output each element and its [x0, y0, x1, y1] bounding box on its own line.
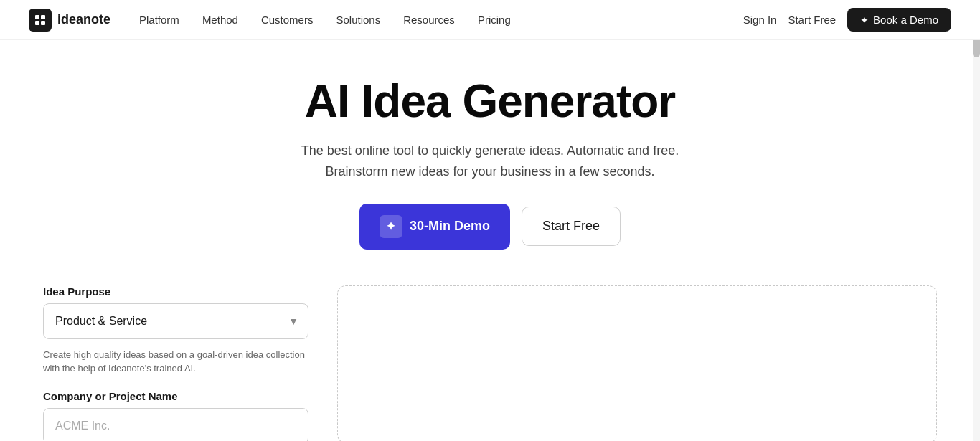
hero-section: AI Idea Generator The best online tool t…	[0, 40, 980, 271]
hero-subtitle-line1: The best online tool to quickly generate…	[301, 143, 679, 158]
nav-platform[interactable]: Platform	[139, 14, 179, 26]
navbar: ideanote Platform Method Customers Solut…	[0, 0, 980, 40]
company-label: Company or Project Name	[43, 390, 308, 402]
nav-method[interactable]: Method	[202, 14, 238, 26]
hero-subtitle-line2: Brainstorm new ideas for your business i…	[325, 164, 654, 179]
nav-pricing[interactable]: Pricing	[478, 14, 511, 26]
nav-resources[interactable]: Resources	[403, 14, 455, 26]
demo-button-label: 30-Min Demo	[410, 219, 490, 234]
svg-rect-1	[41, 15, 45, 19]
logo-text: ideanote	[57, 12, 110, 27]
sparkle-icon: ✦	[860, 14, 869, 26]
nav-solutions[interactable]: Solutions	[336, 14, 380, 26]
startfree-link[interactable]: Start Free	[788, 14, 836, 26]
hero-buttons: ✦ 30-Min Demo Start Free	[14, 204, 966, 250]
book-demo-label: Book a Demo	[873, 14, 938, 26]
left-panel: Idea Purpose Product & Service Marketing…	[43, 285, 308, 441]
main-content: Idea Purpose Product & Service Marketing…	[0, 271, 980, 441]
demo-button[interactable]: ✦ 30-Min Demo	[359, 204, 510, 250]
field-description: Create high quality ideas based on a goa…	[43, 348, 308, 376]
idea-purpose-label: Idea Purpose	[43, 285, 308, 298]
nav-customers[interactable]: Customers	[261, 14, 314, 26]
idea-purpose-select[interactable]: Product & Service Marketing Business Str…	[43, 303, 308, 339]
company-input[interactable]	[43, 408, 308, 441]
hero-title: AI Idea Generator	[14, 76, 966, 126]
output-panel	[337, 285, 937, 441]
idea-purpose-select-wrapper: Product & Service Marketing Business Str…	[43, 303, 308, 339]
svg-rect-2	[35, 21, 39, 25]
startfree-button[interactable]: Start Free	[522, 207, 621, 246]
signin-link[interactable]: Sign In	[743, 14, 777, 26]
hero-subtitle: The best online tool to quickly generate…	[268, 141, 712, 182]
scrollbar[interactable]	[973, 0, 980, 441]
svg-rect-0	[35, 15, 39, 19]
book-demo-button[interactable]: ✦ Book a Demo	[847, 8, 951, 32]
demo-sparkle-icon: ✦	[380, 215, 402, 238]
svg-rect-3	[41, 21, 45, 25]
nav-links: Platform Method Customers Solutions Reso…	[139, 14, 743, 26]
nav-actions: Sign In Start Free ✦ Book a Demo	[743, 8, 951, 32]
logo-icon	[29, 9, 52, 32]
logo[interactable]: ideanote	[29, 9, 110, 32]
